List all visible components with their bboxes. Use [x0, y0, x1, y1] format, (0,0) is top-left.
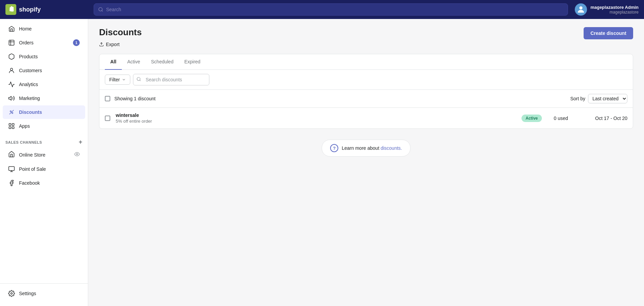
search-discounts-input[interactable] [133, 74, 209, 85]
sidebar-item-discounts[interactable]: Discounts [3, 105, 85, 119]
export-icon [99, 42, 104, 47]
sidebar-label-products: Products [19, 54, 38, 59]
tabs-bar: All Active Scheduled Expired [99, 54, 633, 70]
sidebar-label-settings: Settings [19, 291, 36, 296]
discount-name: wintersale [116, 113, 516, 118]
sidebar-bottom: Settings [0, 283, 88, 306]
sidebar-label-apps: Apps [19, 123, 30, 129]
sidebar-item-orders[interactable]: Orders 1 [3, 36, 85, 49]
svg-point-16 [137, 77, 140, 80]
filter-button[interactable]: Filter [105, 75, 130, 85]
sidebar-item-marketing[interactable]: Marketing [3, 91, 85, 105]
sidebar-item-analytics[interactable]: Analytics [3, 78, 85, 91]
svg-point-4 [11, 68, 13, 70]
table-row[interactable]: wintersale 5% off entire order Active 0 … [99, 108, 633, 128]
global-search-bar[interactable] [94, 3, 568, 16]
marketing-icon [8, 95, 15, 102]
apps-icon [8, 123, 15, 129]
orders-badge: 1 [73, 39, 80, 46]
learn-more-pill: ? Learn more about discounts. [322, 140, 410, 157]
sidebar-label-marketing: Marketing [19, 96, 40, 101]
svg-point-1 [99, 7, 102, 11]
sidebar-label-pos: Point of Sale [19, 166, 46, 172]
pos-icon [8, 166, 15, 172]
top-navigation: shopify mageplazastore Admin mageplazast… [0, 0, 644, 19]
showing-text: Showing 1 discount [114, 96, 570, 101]
sidebar-item-home[interactable]: Home [3, 22, 85, 36]
sidebar: Home Orders 1 Products [0, 19, 88, 306]
customers-icon [8, 67, 15, 74]
filter-chevron-icon [122, 78, 126, 82]
discount-description: 5% off entire order [116, 119, 516, 124]
learn-more-text: Learn more about discounts. [342, 145, 402, 151]
svg-point-12 [76, 154, 78, 155]
sidebar-label-online-store: Online Store [19, 152, 45, 158]
search-wrapper [133, 74, 627, 85]
products-icon [8, 53, 15, 60]
discount-info: wintersale 5% off entire order [116, 113, 516, 124]
row-checkbox[interactable] [105, 116, 110, 121]
avatar-icon [576, 5, 586, 14]
facebook-icon [8, 180, 15, 186]
usage-count: 0 used [547, 116, 574, 121]
sidebar-item-settings[interactable]: Settings [3, 287, 85, 300]
sidebar-item-online-store[interactable]: Online Store [3, 147, 85, 162]
page-header-left: Discounts Export [99, 27, 142, 48]
svg-point-2 [579, 6, 582, 9]
global-search-input[interactable] [106, 7, 564, 12]
tab-active[interactable]: Active [122, 54, 146, 70]
sidebar-label-home: Home [19, 26, 32, 32]
sidebar-item-apps[interactable]: Apps [3, 119, 85, 133]
sort-select[interactable]: Last created Oldest Most used [588, 94, 627, 103]
online-store-icon [8, 151, 15, 159]
user-name: mageplazastore Admin [590, 5, 639, 10]
user-store: mageplazastore [590, 10, 639, 15]
discounts-link[interactable]: discounts. [381, 145, 402, 151]
sidebar-item-pos[interactable]: Point of Sale [3, 162, 85, 176]
sidebar-label-analytics: Analytics [19, 82, 38, 87]
sidebar-label-orders: Orders [19, 40, 34, 45]
avatar [575, 3, 587, 16]
search-icon [98, 7, 103, 12]
tab-expired[interactable]: Expired [179, 54, 206, 70]
sidebar-item-facebook[interactable]: Facebook [3, 176, 85, 190]
discounts-card: All Active Scheduled Expired Filter [99, 54, 633, 129]
analytics-icon [8, 81, 15, 88]
sidebar-label-customers: Customers [19, 68, 42, 73]
home-icon [8, 25, 15, 32]
sidebar-item-products[interactable]: Products [3, 50, 85, 63]
svg-rect-3 [9, 40, 14, 45]
table-header-row: Showing 1 discount Sort by Last created … [99, 90, 633, 108]
svg-rect-11 [12, 127, 14, 129]
main-layout: Home Orders 1 Products [0, 19, 644, 306]
filters-row: Filter [99, 70, 633, 90]
date-range: Oct 17 - Oct 20 [580, 116, 627, 121]
export-button[interactable]: Export [99, 40, 119, 48]
page-title: Discounts [99, 27, 142, 38]
svg-point-14 [11, 293, 13, 294]
user-area: mageplazastore Admin mageplazastore [575, 3, 639, 16]
search-discounts-icon [136, 77, 141, 83]
orders-icon [8, 39, 15, 46]
svg-point-5 [10, 111, 11, 112]
select-all-checkbox[interactable] [105, 96, 110, 101]
svg-point-6 [12, 113, 13, 114]
svg-rect-10 [9, 127, 11, 129]
sort-by-label: Sort by [570, 96, 585, 101]
learn-more-section: ? Learn more about discounts. [99, 140, 633, 157]
tab-scheduled[interactable]: Scheduled [146, 54, 179, 70]
sales-channels-header: SALES CHANNELS + [0, 133, 88, 147]
logo-text: shopify [19, 6, 41, 13]
tab-all[interactable]: All [105, 54, 122, 70]
add-sales-channel-icon[interactable]: + [79, 139, 82, 146]
question-icon: ? [330, 144, 338, 152]
logo-area[interactable]: shopify [5, 4, 94, 15]
sidebar-item-customers[interactable]: Customers [3, 64, 85, 77]
sidebar-label-discounts: Discounts [19, 109, 42, 115]
svg-rect-13 [9, 167, 15, 171]
status-badge: Active [522, 115, 542, 122]
create-discount-button[interactable]: Create discount [584, 27, 633, 39]
sort-area: Sort by Last created Oldest Most used [570, 94, 627, 103]
eye-icon[interactable] [74, 151, 80, 158]
discounts-icon [8, 109, 15, 116]
